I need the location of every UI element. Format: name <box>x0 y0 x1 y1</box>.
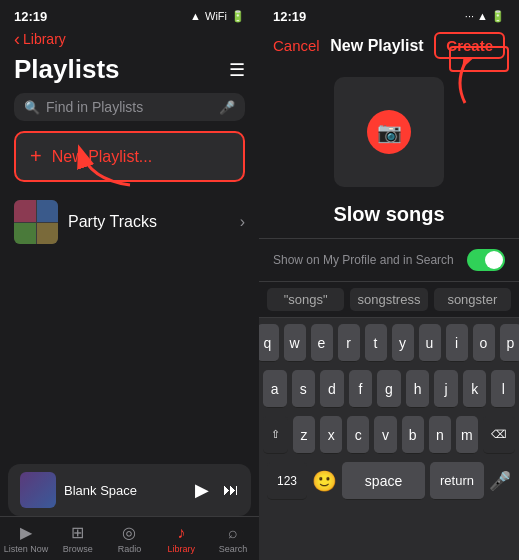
playback-controls: ▶ ⏭ <box>195 479 239 501</box>
cancel-button[interactable]: Cancel <box>273 37 320 54</box>
camera-icon: 📷 <box>367 110 411 154</box>
playlists-header: Playlists ☰ <box>0 52 259 93</box>
playlist-name: Party Tracks <box>68 213 157 230</box>
keyboard-row-2: a s d f g h j k l <box>263 370 515 408</box>
time-left: 12:19 <box>14 9 47 24</box>
space-key[interactable]: space <box>342 462 425 500</box>
key-s[interactable]: s <box>292 370 316 408</box>
key-w[interactable]: w <box>284 324 306 362</box>
return-key[interactable]: return <box>430 462 484 500</box>
tab-library[interactable]: ♪ Library <box>155 524 207 554</box>
key-f[interactable]: f <box>349 370 373 408</box>
playlist-thumbnail <box>14 200 58 244</box>
library-back-button[interactable]: Library <box>14 30 245 48</box>
playlist-name-field[interactable]: Slow songs <box>259 203 519 239</box>
new-playlist-nav: Cancel New Playlist Create <box>259 28 519 69</box>
key-a[interactable]: a <box>263 370 287 408</box>
key-e[interactable]: e <box>311 324 333 362</box>
key-y[interactable]: y <box>392 324 414 362</box>
key-b[interactable]: b <box>402 416 424 454</box>
profile-toggle[interactable] <box>467 249 505 271</box>
playlist-info: Party Tracks <box>68 213 230 231</box>
radio-icon: ◎ <box>122 523 136 542</box>
menu-icon[interactable]: ☰ <box>229 59 245 81</box>
key-m[interactable]: m <box>456 416 478 454</box>
new-playlist-button[interactable]: + New Playlist... <box>14 131 245 182</box>
now-playing-bar[interactable]: Blank Space ▶ ⏭ <box>8 464 251 516</box>
album-art-area: 📷 <box>259 69 519 203</box>
key-d[interactable]: d <box>320 370 344 408</box>
create-button[interactable]: Create <box>434 32 505 59</box>
tab-radio[interactable]: ◎ Radio <box>104 523 156 554</box>
key-p[interactable]: p <box>500 324 520 362</box>
tab-library-label: Library <box>168 544 196 554</box>
emoji-key[interactable]: 🙂 <box>312 469 337 493</box>
album-art-placeholder[interactable]: 📷 <box>334 77 444 187</box>
keyboard-row-1: q w e r t y u i o p <box>263 324 515 362</box>
nav-title: New Playlist <box>330 37 423 55</box>
key-l[interactable]: l <box>491 370 515 408</box>
suggestion-2[interactable]: songstress <box>350 288 427 311</box>
search-placeholder: Find in Playlists <box>46 99 213 115</box>
library-header: Library <box>0 28 259 52</box>
keyboard-mic-icon[interactable]: 🎤 <box>489 470 511 492</box>
thumb-cell-3 <box>14 223 36 245</box>
now-playing-thumbnail <box>20 472 56 508</box>
toggle-knob <box>485 251 503 269</box>
page-title-left: Playlists <box>14 54 120 85</box>
key-u[interactable]: u <box>419 324 441 362</box>
search-icon: 🔍 <box>24 100 40 115</box>
skip-forward-button[interactable]: ⏭ <box>223 481 239 499</box>
key-g[interactable]: g <box>377 370 401 408</box>
profile-toggle-row: Show on My Profile and in Search <box>259 239 519 282</box>
now-playing-title: Blank Space <box>64 483 137 498</box>
status-icons-right: ··· ▲ 🔋 <box>465 10 505 23</box>
search-bar[interactable]: 🔍 Find in Playlists 🎤 <box>14 93 245 121</box>
autocomplete-suggestions: "songs" songstress songster <box>259 282 519 318</box>
key-i[interactable]: i <box>446 324 468 362</box>
tab-browse-label: Browse <box>63 544 93 554</box>
browse-icon: ⊞ <box>71 523 84 542</box>
tab-listen-now-label: Listen Now <box>4 544 49 554</box>
suggestion-1[interactable]: "songs" <box>267 288 344 311</box>
tab-search-label: Search <box>219 544 248 554</box>
key-v[interactable]: v <box>374 416 396 454</box>
status-bar-left: 12:19 ▲ WiFi 🔋 <box>0 0 259 28</box>
play-button[interactable]: ▶ <box>195 479 209 501</box>
keyboard: q w e r t y u i o p a s d f g h j k l ⇧ … <box>259 318 519 560</box>
tab-browse[interactable]: ⊞ Browse <box>52 523 104 554</box>
key-z[interactable]: z <box>293 416 315 454</box>
delete-key[interactable]: ⌫ <box>483 416 515 454</box>
time-right: 12:19 <box>273 9 306 24</box>
key-o[interactable]: o <box>473 324 495 362</box>
listen-now-icon: ▶ <box>20 523 32 542</box>
now-playing-info: Blank Space <box>64 481 187 499</box>
key-t[interactable]: t <box>365 324 387 362</box>
chevron-right-icon: › <box>240 213 245 231</box>
key-q[interactable]: q <box>259 324 279 362</box>
key-h[interactable]: h <box>406 370 430 408</box>
suggestion-3[interactable]: songster <box>434 288 511 311</box>
key-k[interactable]: k <box>463 370 487 408</box>
thumb-cell-1 <box>14 200 36 222</box>
tab-search[interactable]: ⌕ Search <box>207 524 259 554</box>
key-j[interactable]: j <box>434 370 458 408</box>
status-icons-left: ▲ WiFi 🔋 <box>190 10 245 23</box>
numbers-key[interactable]: 123 <box>267 462 307 500</box>
playlist-item-party-tracks[interactable]: Party Tracks › <box>0 192 259 252</box>
thumb-cell-2 <box>37 200 59 222</box>
key-r[interactable]: r <box>338 324 360 362</box>
mic-icon[interactable]: 🎤 <box>219 100 235 115</box>
tab-bar: ▶ Listen Now ⊞ Browse ◎ Radio ♪ Library … <box>0 516 259 560</box>
key-c[interactable]: c <box>347 416 369 454</box>
shift-key[interactable]: ⇧ <box>263 416 288 454</box>
key-x[interactable]: x <box>320 416 342 454</box>
keyboard-row-3: ⇧ z x c v b n m ⌫ <box>263 416 515 454</box>
new-playlist-label: New Playlist... <box>52 148 152 166</box>
tab-listen-now[interactable]: ▶ Listen Now <box>0 523 52 554</box>
thumb-cell-4 <box>37 223 59 245</box>
key-n[interactable]: n <box>429 416 451 454</box>
search-tab-icon: ⌕ <box>228 524 238 542</box>
left-panel: 12:19 ▲ WiFi 🔋 Library Playlists ☰ 🔍 Fin… <box>0 0 259 560</box>
right-panel: 12:19 ··· ▲ 🔋 Cancel New Playlist Create… <box>259 0 519 560</box>
